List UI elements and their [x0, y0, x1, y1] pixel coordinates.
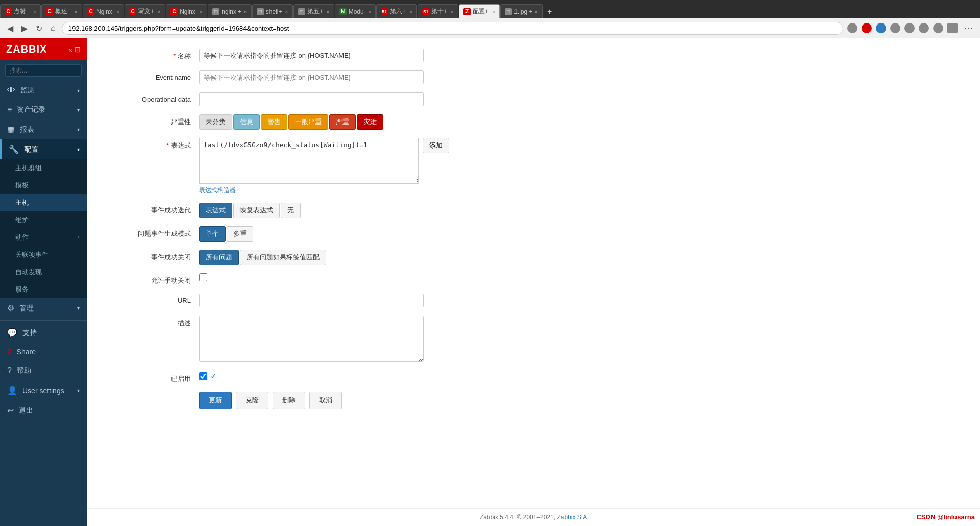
sidebar-sub-actions[interactable]: 动作›: [0, 229, 87, 246]
search-input[interactable]: [5, 64, 82, 77]
tab-10[interactable]: 51 第六+ ×: [376, 4, 417, 18]
tab-5[interactable]: C Nginx- ×: [166, 4, 207, 18]
event-success-gen-control: 表达式 恢复表达式 无: [199, 203, 429, 218]
tab-close-1[interactable]: ×: [31, 9, 36, 15]
tab-close-11[interactable]: ×: [449, 9, 454, 15]
sidebar-item-share[interactable]: Z Share: [0, 343, 87, 361]
sidebar-item-help-label: 帮助: [17, 366, 31, 375]
sidebar-logo: ZABBIX « ⊡: [0, 38, 87, 60]
back-button[interactable]: ◀: [5, 22, 15, 34]
tab-12[interactable]: Z 配置+ ×: [459, 4, 500, 18]
problem-event-single-btn[interactable]: 单个: [199, 226, 226, 242]
clone-button[interactable]: 克隆: [236, 392, 268, 409]
tab-7[interactable]: □ shell+ ×: [252, 4, 293, 18]
tab-close-8[interactable]: ×: [324, 9, 329, 15]
gaming-icon[interactable]: [933, 23, 943, 33]
tab-close-13[interactable]: ×: [533, 9, 538, 15]
tab-4[interactable]: C 写文+ ×: [125, 4, 165, 18]
sidebar-sub-related-events[interactable]: 关联项事件: [0, 246, 87, 264]
tab-6[interactable]: □ nginx + ×: [208, 4, 251, 18]
home-button[interactable]: ⌂: [48, 22, 58, 34]
update-button[interactable]: 更新: [199, 392, 232, 409]
problem-event-multiple-btn[interactable]: 多重: [227, 226, 253, 242]
bookmark-icon[interactable]: [847, 23, 857, 33]
sidebar-sub-maintenance[interactable]: 维护: [0, 211, 87, 229]
tab-close-4[interactable]: ×: [156, 9, 161, 15]
sidebar-sub-templates[interactable]: 模板: [0, 177, 87, 194]
tab-close-6[interactable]: ×: [241, 9, 247, 15]
event-name-input[interactable]: [199, 70, 424, 84]
share-icon[interactable]: [890, 23, 900, 33]
history-icon[interactable]: [904, 23, 915, 33]
tab-1[interactable]: C 点赞+ ×: [0, 4, 41, 18]
new-tab-button[interactable]: +: [543, 5, 556, 18]
menu-button[interactable]: ⋯: [962, 21, 975, 35]
description-textarea[interactable]: [199, 316, 424, 362]
operational-data-input[interactable]: [199, 92, 424, 106]
sidebar-item-reports[interactable]: ▦ 报表: [0, 119, 87, 139]
form-row-enabled: 已启用 ✓: [107, 371, 526, 384]
sidebar-item-help[interactable]: ? 帮助: [0, 361, 87, 380]
sidebar-sub-autodiscovery[interactable]: 自动发现: [0, 264, 87, 281]
sidebar-item-user-settings[interactable]: 👤 User settings: [0, 380, 87, 400]
expand-sidebar-button[interactable]: ⊡: [75, 45, 81, 54]
extensions-icon[interactable]: [862, 23, 872, 33]
name-input[interactable]: [199, 49, 424, 62]
tab-close-2[interactable]: ×: [72, 9, 78, 15]
severity-average-btn[interactable]: 一般严重: [288, 114, 328, 130]
event-close-tag-match-btn[interactable]: 所有问题如果标签值匹配: [240, 250, 326, 265]
allow-manual-close-label: 允许手动关闭: [107, 273, 199, 285]
allow-manual-close-checkbox[interactable]: [199, 273, 207, 281]
tab-9[interactable]: N Modu- ×: [335, 4, 376, 18]
cancel-button[interactable]: 取消: [309, 392, 342, 409]
forward-button[interactable]: ▶: [19, 22, 30, 34]
sidebar-item-logout[interactable]: ↩ 退出: [0, 400, 87, 420]
tab-close-5[interactable]: ×: [198, 9, 203, 15]
tab-close-12[interactable]: ×: [490, 9, 495, 15]
sidebar-sub-hosts[interactable]: 主机: [0, 194, 87, 211]
enabled-checkbox[interactable]: [199, 372, 207, 380]
severity-disaster-btn[interactable]: 灾难: [357, 114, 383, 130]
tab-close-10[interactable]: ×: [407, 9, 412, 15]
tab-close-3[interactable]: ×: [114, 9, 119, 15]
sync-icon[interactable]: [876, 23, 886, 33]
tab-3[interactable]: C Nginx- ×: [83, 4, 124, 18]
expression-builder-link[interactable]: 表达式构造器: [199, 186, 236, 194]
sidebar-item-support[interactable]: 💬 支持: [0, 323, 87, 343]
event-success-recovery-btn[interactable]: 恢复表达式: [233, 203, 280, 218]
sidebar-sub-services[interactable]: 服务: [0, 281, 87, 298]
severity-info-btn[interactable]: 信息: [233, 114, 260, 130]
severity-unclassified-btn[interactable]: 未分类: [199, 114, 232, 130]
url-input[interactable]: [199, 294, 424, 307]
severity-warning-btn[interactable]: 警告: [261, 114, 287, 130]
sidebar-item-management[interactable]: ⚙ 管理: [0, 298, 87, 318]
sidebar-item-monitoring[interactable]: 👁 监测: [0, 81, 87, 100]
expression-textarea[interactable]: last(/fdvxG5Gzo9/check_status[Waiting])=…: [199, 138, 419, 184]
profile-icon[interactable]: [947, 23, 958, 33]
event-close-all-btn[interactable]: 所有问题: [199, 250, 239, 265]
tab-8[interactable]: □ 第五+ ×: [293, 4, 334, 18]
sidebar-item-assets[interactable]: ≡ 资产记录: [0, 100, 87, 119]
browser-chrome: C 点赞+ × C 概述 × C Nginx- × C 写文+ × C Ngin…: [0, 0, 980, 38]
event-success-none-btn[interactable]: 无: [281, 203, 301, 218]
enabled-wrap: ✓: [199, 371, 429, 381]
download-icon[interactable]: [919, 23, 929, 33]
add-expression-button[interactable]: 添加: [423, 138, 449, 153]
sidebar-sub-hostgroups[interactable]: 主机群组: [0, 159, 87, 177]
delete-button[interactable]: 删除: [273, 392, 305, 409]
address-input[interactable]: [62, 22, 843, 35]
collapse-sidebar-button[interactable]: «: [68, 45, 72, 54]
tab-close-9[interactable]: ×: [366, 9, 371, 15]
enabled-label: 已启用: [107, 371, 199, 384]
sidebar-item-user-settings-label: User settings: [22, 387, 64, 395]
tab-2[interactable]: C 概述 ×: [41, 4, 82, 18]
sidebar-item-config[interactable]: 🔧 配置: [0, 139, 87, 159]
tab-close-7[interactable]: ×: [283, 9, 288, 15]
severity-high-btn[interactable]: 严重: [329, 114, 356, 130]
tab-13[interactable]: □ 1.jpg + ×: [500, 4, 543, 18]
assets-icon: ≡: [7, 105, 12, 114]
event-success-expression-btn[interactable]: 表达式: [199, 203, 232, 218]
footer-link[interactable]: Zabbix SIA: [557, 514, 587, 521]
reload-button[interactable]: ↻: [34, 22, 44, 34]
tab-11[interactable]: 51 第十+ ×: [418, 4, 458, 18]
